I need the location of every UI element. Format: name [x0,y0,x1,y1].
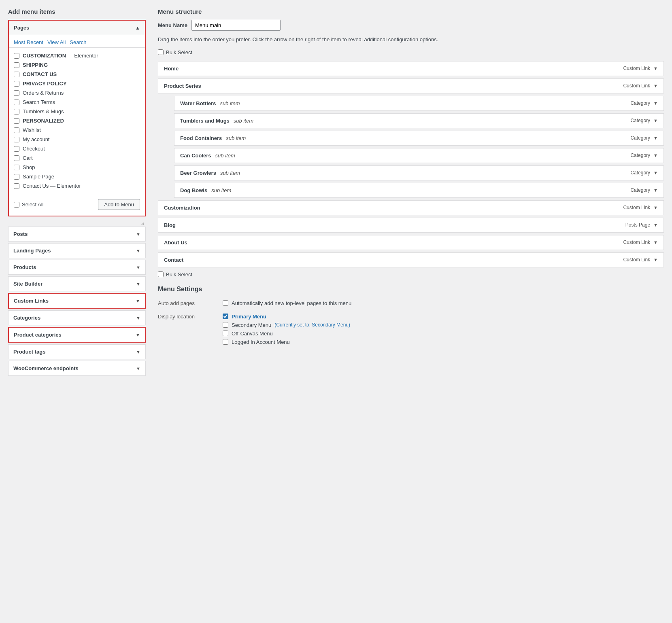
pages-collapse-icon: ▲ [135,25,140,31]
logged-in-account-menu-checkbox[interactable] [223,339,228,345]
section-site-builder: Site Builder ▼ [8,276,146,291]
list-item: Shop [14,163,140,172]
bulk-select-checkbox[interactable] [158,49,164,55]
chevron-down-icon[interactable]: ▼ [653,136,658,140]
sub-item-label: sub item [220,170,240,176]
section-product-tags: Product tags ▼ [8,344,146,359]
chevron-down-icon: ▼ [136,350,140,354]
chevron-down-icon[interactable]: ▼ [653,240,658,245]
page-checkbox[interactable] [14,62,19,68]
sub-item-label: sub item [211,187,231,193]
menu-item-product-series: Product Series Custom Link ▼ [158,78,664,93]
page-checkbox[interactable] [14,183,19,189]
section-posts: Posts ▼ [8,227,146,242]
page-checkbox[interactable] [14,53,19,59]
menu-settings-table: Auto add pages Automatically add new top… [158,298,664,350]
resize-handle[interactable]: ⊿ [8,220,146,227]
chevron-down-icon[interactable]: ▼ [653,101,658,106]
menu-item-type: Custom Link [623,83,650,89]
chevron-down-icon[interactable]: ▼ [653,257,658,262]
menu-item-beer-growlers: Beer Growlers sub item Category ▼ [174,165,664,180]
bulk-select-checkbox-bottom[interactable] [158,271,164,277]
menu-name-row: Menu Name [158,20,664,31]
section-categories-label: Categories [13,315,40,321]
list-item: Orders & Returns [14,88,140,97]
off-canvas-menu-option: Off-Canvas Menu [223,331,664,337]
section-custom-links-header[interactable]: Custom Links ▼ [9,294,145,308]
menu-item-about-us: About Us Custom Link ▼ [158,235,664,250]
section-product-tags-header[interactable]: Product tags ▼ [9,345,145,359]
menu-item-tumblers-mugs: Tumblers and Mugs sub item Category ▼ [174,113,664,128]
bulk-select-label[interactable]: Bulk Select [158,49,664,55]
page-checkbox[interactable] [14,127,19,133]
page-checkbox[interactable] [14,81,19,87]
section-product-tags-label: Product tags [13,349,45,355]
menu-name-label: Menu Name [158,22,187,28]
tab-most-recent[interactable]: Most Recent [14,39,43,45]
sub-item-label: sub item [226,135,246,141]
page-checkbox[interactable] [14,90,19,96]
tab-view-all[interactable]: View All [47,39,66,45]
section-site-builder-header[interactable]: Site Builder ▼ [9,277,145,291]
section-categories-header[interactable]: Categories ▼ [9,311,145,325]
sub-item-label: sub item [215,153,235,159]
bulk-select-text: Bulk Select [166,49,192,55]
section-product-categories-header[interactable]: Product categories ▼ [9,328,145,342]
sub-item-label: sub item [220,100,240,106]
page-checkbox[interactable] [14,174,19,180]
section-products: Products ▼ [8,260,146,275]
list-item: Sample Page [14,172,140,181]
chevron-down-icon: ▼ [136,248,140,253]
auto-add-pages-checkbox[interactable] [223,300,228,306]
logged-in-account-menu-text: Logged In Account Menu [232,339,290,345]
chevron-down-icon[interactable]: ▼ [653,188,658,193]
primary-menu-checkbox[interactable] [223,314,228,319]
list-item: Checkout [14,144,140,153]
chevron-down-icon[interactable]: ▼ [653,118,658,123]
tab-search[interactable]: Search [70,39,86,45]
add-to-menu-button[interactable]: Add to Menu [98,199,140,210]
page-checkbox[interactable] [14,118,19,124]
section-products-label: Products [13,264,36,270]
display-location-row: Display location Primary Menu Secondary … [158,311,664,350]
auto-add-pages-text: Automatically add new top-level pages to… [232,300,351,306]
chevron-down-icon[interactable]: ▼ [653,66,658,71]
primary-menu-option: Primary Menu [223,314,664,320]
chevron-down-icon[interactable]: ▼ [653,222,658,227]
page-checkbox[interactable] [14,146,19,152]
secondary-menu-checkbox[interactable] [223,322,228,328]
section-landing-pages-header[interactable]: Landing Pages ▼ [9,244,145,258]
menu-item-name: Can Coolers [180,153,211,159]
section-landing-pages: Landing Pages ▼ [8,243,146,258]
menu-item-type: Custom Link [623,66,650,71]
bulk-select-text-bottom: Bulk Select [166,271,192,278]
page-checkbox[interactable] [14,72,19,77]
chevron-down-icon[interactable]: ▼ [653,153,658,158]
section-landing-pages-label: Landing Pages [13,248,51,254]
select-all-label[interactable]: Select All [14,201,43,208]
page-checkbox[interactable] [14,109,19,114]
bulk-select-label-bottom[interactable]: Bulk Select [158,271,664,278]
page-checkbox[interactable] [14,155,19,161]
menu-item-type: Custom Link [623,205,650,210]
menu-name-input[interactable] [191,20,281,31]
section-product-categories: Product categories ▼ [8,327,146,343]
page-checkbox[interactable] [14,100,19,105]
page-checkbox[interactable] [14,165,19,170]
section-woocommerce-endpoints-header[interactable]: WooCommerce endpoints ▼ [9,361,145,375]
chevron-down-icon[interactable]: ▼ [653,205,658,210]
menu-item-type: Category [630,100,650,106]
chevron-down-icon[interactable]: ▼ [653,83,658,88]
chevron-down-icon[interactable]: ▼ [653,170,658,175]
section-posts-header[interactable]: Posts ▼ [9,227,145,241]
select-all-checkbox[interactable] [14,202,19,208]
section-woocommerce-endpoints: WooCommerce endpoints ▼ [8,361,146,376]
menu-structure-title: Menu structure [158,8,664,15]
select-all-row: Select All Add to Menu [14,196,140,212]
bulk-select-row-bottom: Bulk Select [158,271,664,278]
off-canvas-menu-checkbox[interactable] [223,331,228,336]
menu-item-name: Beer Growlers [180,170,216,176]
page-checkbox[interactable] [14,137,19,142]
pages-header[interactable]: Pages ▲ [9,21,145,35]
section-products-header[interactable]: Products ▼ [9,260,145,274]
